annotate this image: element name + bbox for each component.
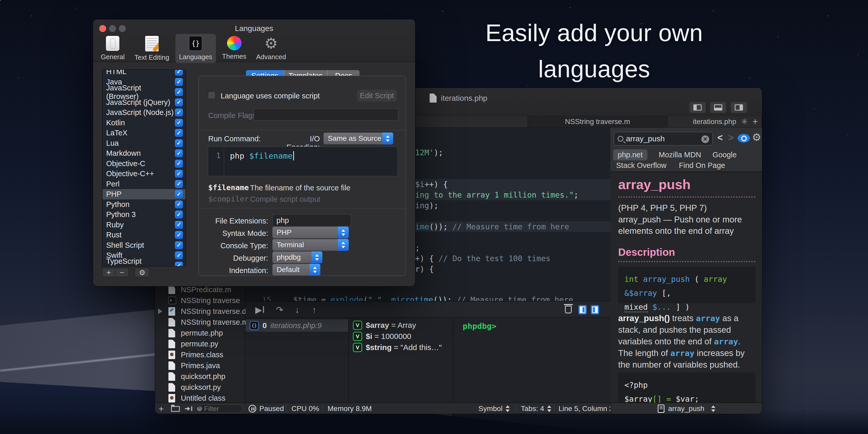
checkbox-checked[interactable] (175, 241, 183, 249)
checkbox-checked[interactable] (175, 129, 183, 137)
file-row[interactable]: NSString traverse (155, 295, 245, 306)
language-list[interactable]: HTMLJavaJavaScript (Browser)JavaScript (… (102, 69, 186, 267)
file-row[interactable]: Primes.class (155, 349, 245, 360)
checkbox-checked[interactable] (175, 221, 183, 229)
variable-row[interactable]: V$string = "Add this…" (353, 342, 452, 353)
variable-row[interactable]: V$array = Array (353, 320, 452, 331)
language-row[interactable]: Python 3 (102, 210, 185, 220)
language-row[interactable]: Rust (102, 230, 185, 240)
file-row[interactable]: permute.php (155, 328, 245, 338)
language-row[interactable]: Lua (102, 138, 185, 149)
compile-flags-field[interactable] (254, 108, 398, 121)
language-row[interactable]: LaTeX (102, 128, 185, 138)
checkbox-checked[interactable] (175, 211, 183, 219)
move-to-icon[interactable] (185, 406, 192, 411)
toggle-bottom-panel-button[interactable] (710, 102, 726, 113)
debug-step-in-button[interactable]: ↓ (295, 305, 300, 315)
language-row[interactable]: JavaScript (Node.js) (102, 107, 185, 118)
docs-back-button[interactable]: < (717, 132, 723, 143)
tab-iterations-php[interactable]: iterations.php ✳ + (668, 116, 762, 127)
language-row[interactable]: Objective-C++ (102, 169, 185, 179)
run-command-editor[interactable]: 1 php $filename (208, 147, 398, 177)
reader-eye-icon[interactable] (738, 134, 750, 143)
debug-step-over-button[interactable]: ↷ (276, 305, 283, 315)
checkbox-checked[interactable] (175, 149, 183, 157)
add-file-button[interactable]: + (159, 403, 164, 414)
debugger-dropdown[interactable]: phpdbg (272, 251, 322, 263)
docs-settings-gear-icon[interactable]: ⚙ (752, 131, 761, 143)
checkbox-checked[interactable] (175, 69, 183, 76)
indentation-dropdown[interactable]: Default (272, 264, 320, 276)
file-row[interactable]: Primes.java (155, 360, 245, 371)
syntax-mode-dropdown[interactable]: PHP (272, 226, 349, 239)
checkbox-checked[interactable] (175, 231, 183, 239)
checkbox-checked[interactable] (175, 139, 183, 147)
language-row[interactable]: Perl (102, 179, 185, 189)
docs-source-mozilla-mdn[interactable]: Mozilla MDN (659, 151, 701, 159)
variable-row[interactable]: V$i = 1000000 (353, 331, 452, 342)
clear-console-button[interactable] (565, 306, 572, 313)
docs-source-php-net[interactable]: php.net (613, 149, 647, 160)
filter-field[interactable] (194, 404, 243, 413)
docs-search-input[interactable] (626, 134, 690, 143)
toolbar-item-themes[interactable]: Themes (219, 34, 250, 63)
file-extensions-field[interactable]: php (272, 214, 351, 226)
checkbox-checked[interactable] (175, 108, 183, 117)
checkbox-checked[interactable] (175, 200, 183, 209)
prefs-titlebar[interactable]: Languages General Text Editing {} Langua… (93, 20, 415, 62)
toolbar-item-languages[interactable]: {} Languages (176, 34, 216, 63)
checkbox-checked[interactable] (175, 78, 183, 86)
checkbox-checked[interactable] (175, 190, 183, 198)
checkbox-checked[interactable] (175, 262, 183, 267)
language-row[interactable]: Ruby (102, 220, 185, 230)
compile-script-checkbox[interactable] (208, 91, 216, 99)
new-folder-icon[interactable] (171, 406, 180, 412)
disclosure-triangle-icon[interactable] (158, 308, 162, 314)
new-tab-button[interactable]: + (752, 116, 758, 127)
language-row[interactable]: Markdown (102, 148, 185, 159)
docs-source-find-on-page[interactable]: Find On Page (679, 161, 725, 170)
language-gear-button[interactable]: ⚙ (134, 268, 150, 277)
language-row[interactable]: Kotlin (102, 118, 185, 128)
docs-search-field[interactable]: ✕ (614, 132, 713, 146)
language-row[interactable]: JavaScript (Browser) (102, 87, 185, 97)
edit-script-button[interactable]: Edit Script (357, 90, 397, 101)
tabs-dropdown[interactable]: Tabs: 4 (521, 403, 551, 414)
language-row[interactable]: Shell Script (102, 240, 185, 251)
file-row[interactable]: quicksort.py (155, 382, 245, 393)
tab-nsstring-traverse-m[interactable]: NSString traverse.m (528, 116, 668, 127)
toggle-left-sidebar-button[interactable] (689, 102, 706, 113)
debug-step-out-button[interactable]: ↑ (312, 305, 316, 315)
toolbar-item-advanced[interactable]: ⚙ Advanced (253, 34, 290, 63)
toggle-right-sidebar-button[interactable] (731, 102, 747, 113)
toggle-debug-right-panel-button[interactable] (591, 305, 599, 314)
debug-console[interactable]: phpdbg> (454, 318, 611, 402)
add-language-button[interactable]: + (102, 268, 116, 277)
file-row[interactable]: permute.py (155, 338, 245, 349)
toggle-debug-left-panel-button[interactable] (579, 305, 587, 314)
checkbox-checked[interactable] (175, 251, 183, 259)
checkbox-checked[interactable] (175, 98, 183, 106)
console-type-dropdown[interactable]: Terminal (272, 239, 349, 251)
docs-forward-button[interactable]: > (728, 132, 734, 143)
symbol-dropdown[interactable]: Symbol (478, 403, 510, 414)
checkbox-checked[interactable] (175, 88, 183, 96)
checkbox-checked[interactable] (175, 180, 183, 188)
docs-footer-bar[interactable]: array_push (611, 403, 762, 414)
toolbar-item-text-editing[interactable]: Text Editing (131, 34, 173, 63)
language-row[interactable]: Python (102, 199, 185, 210)
checkbox-checked[interactable] (175, 170, 183, 178)
docs-content[interactable]: array_push (PHP 4, PHP 5, PHP 7) array_p… (611, 172, 762, 402)
language-row[interactable]: Objective-C (102, 159, 185, 169)
filter-input[interactable] (204, 405, 235, 413)
io-encoding-dropdown[interactable]: Same as Source (323, 132, 393, 145)
file-row[interactable]: NSString traverse.d… (155, 306, 245, 317)
checkbox-checked[interactable] (175, 160, 183, 168)
remove-language-button[interactable]: − (116, 268, 129, 277)
file-row[interactable]: quicksort.php (155, 371, 245, 382)
stack-frame-row[interactable]: {} 0 iterations.php:9 (245, 319, 348, 332)
language-row[interactable]: TypeScript (Browser) (102, 261, 185, 267)
docs-source-stack-overflow[interactable]: Stack Overflow (616, 161, 666, 170)
language-row[interactable]: HTML (102, 69, 185, 77)
file-row[interactable]: NSString traverse.m (155, 317, 245, 328)
